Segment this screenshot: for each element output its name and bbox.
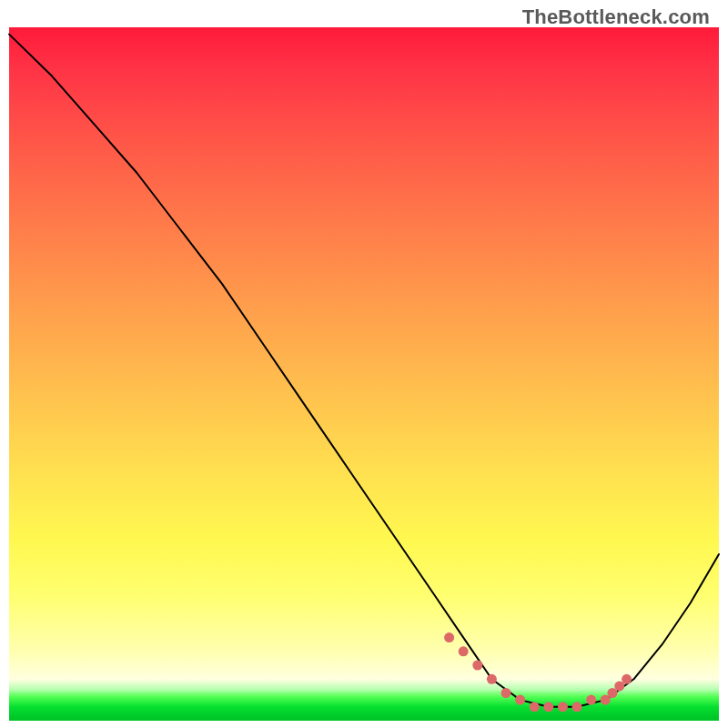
min-dot	[558, 702, 568, 712]
min-dot	[572, 702, 582, 712]
min-dot	[530, 702, 540, 712]
min-dot	[543, 702, 553, 712]
min-dot	[515, 695, 525, 705]
min-region-dots	[444, 632, 632, 712]
min-dot	[459, 646, 469, 656]
min-dot	[586, 695, 596, 705]
min-dot	[472, 661, 482, 671]
min-dot	[501, 688, 511, 698]
min-dot	[444, 632, 454, 642]
chart-overlay-svg	[9, 27, 719, 721]
watermark-label: TheBottleneck.com	[522, 5, 710, 29]
min-dot	[622, 674, 632, 684]
bottleneck-curve	[9, 35, 719, 707]
min-dot	[487, 674, 497, 684]
